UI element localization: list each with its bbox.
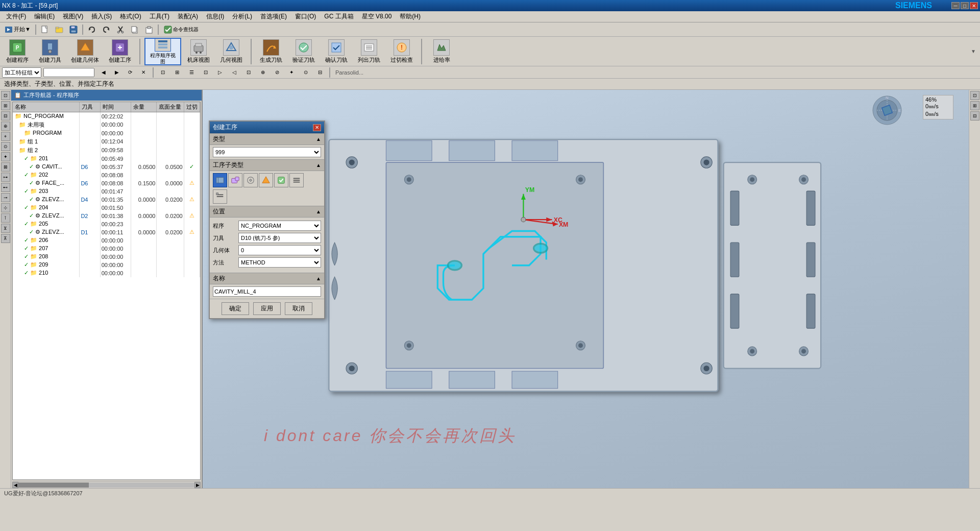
viewport[interactable]: YM XC XM i dont care 你会不会再次	[203, 90, 969, 488]
sidebar-icon-1[interactable]: ⊡	[1, 91, 10, 100]
menu-info[interactable]: 信息(I)	[202, 11, 228, 22]
list-toolpath-button[interactable]: 列出刀轨	[354, 38, 384, 65]
sidebar-icon-8[interactable]: ⊠	[1, 162, 10, 172]
operation-name-input[interactable]	[213, 286, 321, 297]
table-row[interactable]: ✓ ⚙ ZLEVZ... D4 00:01:35 0.0000 0.0200 ⚠	[13, 196, 200, 204]
sidebar-icon-12[interactable]: ⊹	[1, 203, 10, 212]
sidebar-icon-5[interactable]: ⌖	[1, 132, 10, 141]
addr-btn3[interactable]: ☰	[185, 68, 198, 77]
close-button[interactable]: ✕	[970, 2, 978, 9]
menu-help[interactable]: 帮助(H)	[396, 11, 425, 22]
table-row[interactable]: 📁 PROGRAM 00:00:00	[13, 129, 200, 137]
ok-button[interactable]: 确定	[222, 302, 249, 315]
gen-toolpath-button[interactable]: 生成刀轨	[256, 38, 286, 65]
type-select[interactable]: 999	[213, 147, 321, 157]
copy-button[interactable]	[128, 23, 141, 36]
addr-btn5[interactable]: ▷	[214, 68, 226, 77]
subtype-icon-6[interactable]	[289, 173, 304, 187]
menu-format[interactable]: 格式(O)	[116, 11, 145, 22]
start-button[interactable]: 开始▼	[2, 23, 33, 36]
gouge-check-button[interactable]: ! 过切检查	[386, 38, 417, 65]
sidebar-icon-3[interactable]: ⊟	[1, 111, 10, 120]
sidebar-icon-9[interactable]: ⊶	[1, 173, 10, 182]
save-button[interactable]	[67, 23, 80, 36]
geometry-select[interactable]: 0	[238, 245, 321, 255]
filter-btn4[interactable]: ✕	[137, 68, 150, 77]
right-icon-1[interactable]: ⊡	[970, 91, 979, 100]
undo-button[interactable]	[85, 23, 99, 36]
addr-btn6[interactable]: ◁	[228, 68, 240, 77]
addr-btn11[interactable]: ⊙	[300, 68, 312, 77]
filter-input[interactable]	[43, 68, 94, 77]
tool-select[interactable]: D10 (铣刀-5 参)	[238, 233, 321, 243]
table-row[interactable]: ✓ 📁 209 00:00:00	[13, 261, 200, 269]
apply-button[interactable]: 应用	[253, 302, 281, 315]
new-button[interactable]	[38, 23, 52, 36]
program-select[interactable]: NC_PROGRAM	[238, 221, 321, 231]
create-program-button[interactable]: P 创建程序	[2, 38, 33, 65]
table-row[interactable]: 📁 组 2 00:09:58	[13, 146, 200, 155]
addr-btn8[interactable]: ⊕	[257, 68, 269, 77]
dialog-close-button[interactable]: ✕	[313, 124, 321, 131]
table-row[interactable]: ✓ 📁 210 00:00:00	[13, 269, 200, 277]
menu-xingkong[interactable]: 星空 V8.00	[358, 11, 396, 22]
table-row[interactable]: ✓ ⚙ FACE_... D6 00:08:08 0.1500 0.0000 ⚠	[13, 179, 200, 187]
redo-button[interactable]	[100, 23, 113, 36]
table-row[interactable]: ✓ ⚙ ZLEVZ... D1 00:00:11 0.0000 0.0200 ⚠	[13, 228, 200, 236]
subtype-icon-3[interactable]	[243, 173, 258, 187]
sidebar-icon-13[interactable]: ⊺	[1, 213, 10, 223]
verify-toolpath-button[interactable]: 验证刀轨	[288, 38, 319, 65]
menu-file[interactable]: 文件(F)	[2, 11, 30, 22]
scroll-track[interactable]	[18, 482, 194, 488]
cmd-checker[interactable]: 命令查找器	[161, 23, 202, 36]
cut-button[interactable]	[114, 23, 127, 36]
create-operation-button[interactable]: 创建工序	[105, 38, 135, 65]
addr-btn1[interactable]: ⊡	[157, 68, 169, 77]
filter-select[interactable]: 加工特征组 加工方法	[2, 67, 41, 78]
filter-btn1[interactable]: ◀	[97, 68, 110, 77]
right-icon-3[interactable]: ⊟	[970, 111, 979, 120]
menu-window[interactable]: 窗口(O)	[291, 11, 320, 22]
geometry-view-button[interactable]: 几何视图	[216, 38, 247, 65]
create-geometry-button[interactable]: 创建几何体	[67, 38, 103, 65]
menu-assembly[interactable]: 装配(A)	[174, 11, 202, 22]
sidebar-icon-15[interactable]: ⊼	[1, 234, 10, 243]
sidebar-icon-7[interactable]: ✦	[1, 152, 10, 161]
method-select[interactable]: METHOD	[238, 257, 321, 268]
feedrate-button[interactable]: 进给率	[426, 38, 457, 65]
addr-btn10[interactable]: ✦	[285, 68, 298, 77]
sidebar-icon-4[interactable]: ⊕	[1, 122, 10, 131]
menu-view[interactable]: 视图(V)	[59, 11, 87, 22]
table-row[interactable]: ✓ 📁 208 00:00:00	[13, 253, 200, 261]
cancel-button[interactable]: 取消	[285, 302, 312, 315]
machine-view-button[interactable]: 机床视图	[183, 38, 214, 65]
addr-btn7[interactable]: ⊡	[242, 68, 255, 77]
name-section-header[interactable]: 名称 ▲	[210, 273, 324, 284]
program-order-view-button[interactable]: 程序顺序视图	[144, 38, 181, 65]
sidebar-icon-14[interactable]: ⊻	[1, 224, 10, 233]
type-section-header[interactable]: 类型 ▲	[210, 133, 324, 145]
table-row[interactable]: ✓ ⚙ CAVIT... D6 00:05:37 0.0500 0.0500 ✓	[13, 163, 200, 171]
table-row[interactable]: ✓ 📁 202 00:08:08	[13, 171, 200, 179]
table-row[interactable]: ✓ 📁 205 00:00:23	[13, 220, 200, 228]
confirm-toolpath-button[interactable]: 确认刀轨	[321, 38, 352, 65]
addr-btn4[interactable]: ⊡	[200, 68, 212, 77]
subtype-icon-7[interactable]	[213, 189, 227, 204]
table-row[interactable]: ✓ 📁 207 00:00:00	[13, 245, 200, 253]
filter-btn3[interactable]: ⟳	[124, 68, 136, 77]
paste-button[interactable]	[142, 23, 156, 36]
table-row[interactable]: ✓ 📁 201 00:05:49	[13, 155, 200, 163]
subtype-icon-4[interactable]	[259, 173, 273, 187]
sidebar-icon-2[interactable]: ⊞	[1, 101, 10, 110]
restore-button[interactable]: □	[961, 2, 969, 9]
table-row[interactable]: ✓ 📁 203 00:01:47	[13, 187, 200, 196]
menu-insert[interactable]: 插入(S)	[87, 11, 116, 22]
table-row[interactable]: 📁 组 1 00:12:04	[13, 137, 200, 146]
subtype-icon-1[interactable]	[213, 173, 227, 187]
addr-btn2[interactable]: ⊞	[171, 68, 183, 77]
table-row[interactable]: ✓ ⚙ ZLEVZ... D2 00:01:38 0.0000 0.0200 ⚠	[13, 212, 200, 220]
tree-container[interactable]: 名称 刀具 时间 余量 底面全量 过切 📁 NC_PROGRAM 00:22:0…	[12, 102, 201, 480]
sidebar-icon-6[interactable]: ⊙	[1, 142, 10, 151]
create-tool-button[interactable]: 创建刀具	[35, 38, 65, 65]
filter-btn2[interactable]: ▶	[111, 68, 123, 77]
